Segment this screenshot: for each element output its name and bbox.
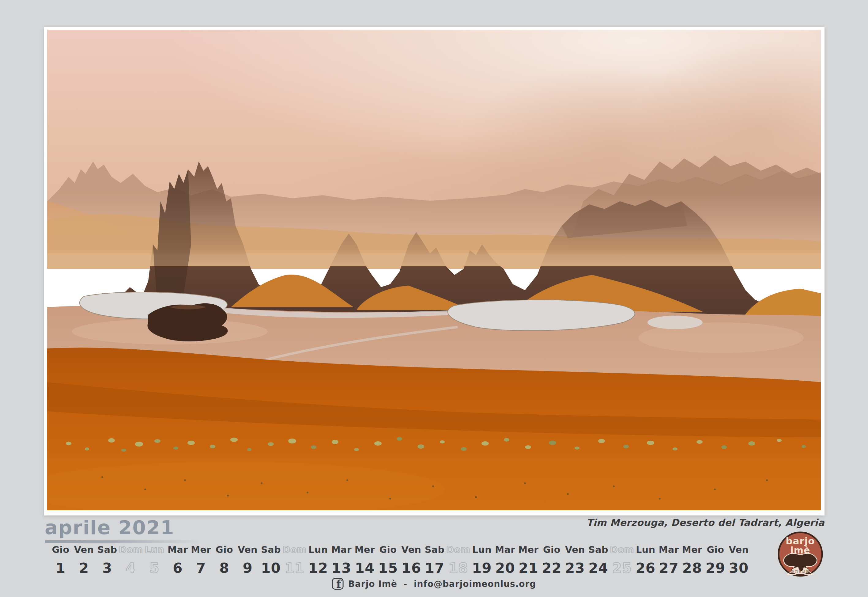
- day-cell: Lun 19: [470, 545, 493, 575]
- footer-text: Barjo Imè - info@barjoimeonlus.org: [348, 579, 536, 589]
- day-cell: Dom 4: [119, 545, 143, 575]
- day-cell: Gio 15: [376, 545, 400, 575]
- photo-credit: Tim Merzouga, Deserto del Tadrart, Alger…: [587, 517, 825, 528]
- day-name: Gio: [707, 545, 724, 554]
- day-number: 23: [565, 561, 585, 575]
- day-number: 16: [401, 561, 421, 575]
- day-name: Dom: [610, 545, 634, 554]
- day-name: Ven: [74, 545, 94, 554]
- day-name: Sab: [588, 545, 608, 554]
- day-name: Gio: [52, 545, 70, 554]
- org-logo: barjo imè onlus: [777, 531, 824, 578]
- day-number: 11: [284, 561, 304, 575]
- day-number: 27: [659, 561, 679, 575]
- day-cell: Mar 27: [657, 545, 681, 575]
- month-title: aprile 2021: [45, 518, 175, 537]
- day-cell: Gio 8: [213, 545, 236, 575]
- day-name: Gio: [543, 545, 560, 554]
- day-cell: Ven 16: [400, 545, 423, 575]
- day-number: 10: [261, 561, 281, 575]
- day-cell: Dom 18: [446, 545, 470, 575]
- day-number: 19: [472, 561, 492, 575]
- day-cell: Mer 14: [353, 545, 376, 575]
- day-number: 1: [56, 561, 65, 575]
- day-cell: Sab 17: [423, 545, 446, 575]
- day-name: Mer: [518, 545, 539, 554]
- day-cell: Mar 20: [493, 545, 517, 575]
- day-name: Mar: [332, 545, 352, 554]
- day-name: Lun: [472, 545, 492, 554]
- day-number: 13: [332, 561, 352, 575]
- day-cell: Gio 1: [49, 545, 72, 575]
- day-cell: Dom 25: [610, 545, 634, 575]
- logo-word-onlus: onlus: [791, 569, 810, 574]
- day-cell: Lun 5: [143, 545, 166, 575]
- day-number: 18: [449, 561, 468, 575]
- day-cell: Ven 23: [563, 545, 587, 575]
- day-name: Lun: [308, 545, 328, 554]
- day-name: Dom: [283, 545, 307, 554]
- day-name: Sab: [261, 545, 281, 554]
- day-number: 9: [243, 561, 252, 575]
- day-cell: Sab 10: [259, 545, 283, 575]
- footer: f Barjo Imè - info@barjoimeonlus.org: [332, 578, 536, 590]
- day-number: 7: [196, 561, 206, 575]
- title-underline: [45, 540, 201, 543]
- day-name: Lun: [145, 545, 164, 554]
- footer-separator: -: [404, 579, 408, 589]
- day-cell: Mer 28: [681, 545, 704, 575]
- day-name: Mer: [191, 545, 211, 554]
- footer-email: info@barjoimeonlus.org: [414, 579, 536, 589]
- day-cell: Mar 6: [166, 545, 189, 575]
- desert-photo: [47, 30, 821, 510]
- day-number: 3: [102, 561, 112, 575]
- day-cell: Mer 7: [189, 545, 213, 575]
- day-cell: Mer 21: [517, 545, 540, 575]
- day-cell: Ven 30: [727, 545, 750, 575]
- day-name: Ven: [565, 545, 585, 554]
- day-cell: Mar 13: [330, 545, 353, 575]
- day-number: 24: [588, 561, 608, 575]
- day-name: Lun: [636, 545, 655, 554]
- day-number: 26: [636, 561, 656, 575]
- day-cell: Lun 12: [307, 545, 330, 575]
- day-cell: Gio 29: [704, 545, 727, 575]
- day-number: 21: [518, 561, 538, 575]
- day-number: 17: [425, 561, 445, 575]
- day-number: 25: [612, 561, 632, 575]
- facebook-glyph: f: [336, 579, 341, 589]
- day-cell: Sab 3: [96, 545, 119, 575]
- calendar-strip: Gio 1 Ven 2 Sab 3 Dom 4 Lun 5 Mar 6 Mer …: [49, 545, 750, 575]
- day-cell: Gio 22: [540, 545, 563, 575]
- day-name: Sab: [425, 545, 445, 554]
- day-name: Sab: [98, 545, 117, 554]
- day-name: Mar: [659, 545, 679, 554]
- day-cell: Lun 26: [634, 545, 657, 575]
- photo-frame: [44, 27, 825, 515]
- day-name: Mar: [495, 545, 515, 554]
- day-number: 22: [542, 561, 562, 575]
- day-name: Dom: [446, 545, 470, 554]
- day-name: Ven: [238, 545, 258, 554]
- day-name: Ven: [729, 545, 749, 554]
- facebook-icon: f: [332, 578, 344, 590]
- day-name: Mer: [355, 545, 375, 554]
- day-number: 14: [355, 561, 375, 575]
- day-name: Mer: [682, 545, 703, 554]
- day-name: Ven: [401, 545, 421, 554]
- day-number: 30: [729, 561, 749, 575]
- footer-org-name: Barjo Imè: [348, 579, 397, 589]
- day-name: Gio: [379, 545, 397, 554]
- day-cell: Ven 9: [236, 545, 259, 575]
- day-number: 6: [173, 561, 182, 575]
- day-cell: Dom 11: [283, 545, 307, 575]
- day-name: Dom: [119, 545, 143, 554]
- day-number: 15: [378, 561, 398, 575]
- day-number: 4: [126, 561, 136, 575]
- day-number: 8: [219, 561, 229, 575]
- day-cell: Sab 24: [587, 545, 610, 575]
- day-cell: Ven 2: [72, 545, 96, 575]
- day-name: Gio: [216, 545, 233, 554]
- day-number: 29: [706, 561, 726, 575]
- day-number: 28: [682, 561, 702, 575]
